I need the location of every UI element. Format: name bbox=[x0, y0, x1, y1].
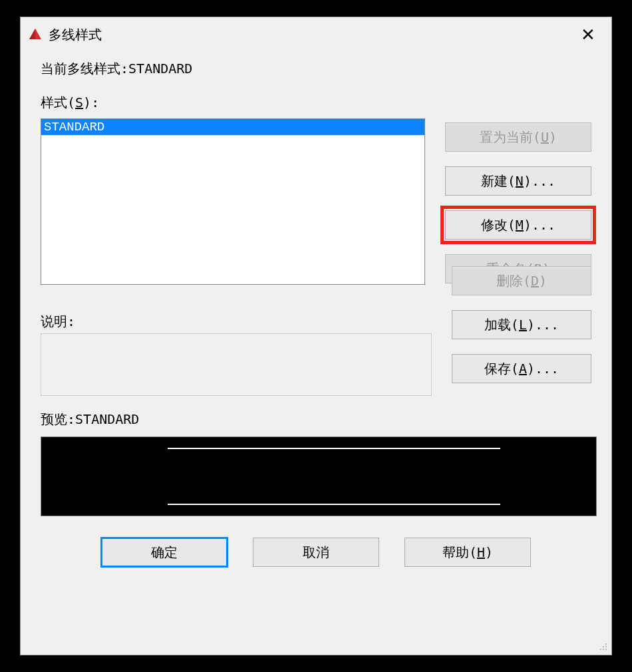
svg-point-7 bbox=[605, 649, 607, 650]
list-item[interactable]: STANDARD bbox=[41, 119, 424, 135]
autocad-app-icon bbox=[27, 27, 43, 43]
svg-marker-1 bbox=[29, 29, 35, 39]
description-row: 说明: 删除(D) 加载(L)... 保存(A)... bbox=[41, 285, 591, 396]
close-icon: ✕ bbox=[581, 25, 595, 45]
description-box bbox=[41, 333, 432, 396]
dialog-content: 当前多线样式:STANDARD 样式(S): STANDARD 置为当前(U) … bbox=[21, 49, 611, 580]
titlebar: 多线样式 ✕ bbox=[21, 17, 611, 49]
load-button[interactable]: 加载(L)... bbox=[452, 310, 591, 339]
styles-listbox[interactable]: STANDARD bbox=[41, 118, 425, 285]
styles-label: 样式(S): bbox=[41, 94, 591, 112]
delete-button: 删除(D) bbox=[452, 266, 591, 295]
svg-point-6 bbox=[603, 649, 604, 650]
modify-button[interactable]: 修改(M)... bbox=[445, 210, 591, 240]
ok-button[interactable]: 确定 bbox=[101, 538, 228, 567]
set-current-button: 置为当前(U) bbox=[445, 122, 591, 152]
right-button-column-2: 删除(D) 加载(L)... 保存(A)... bbox=[452, 266, 591, 383]
new-button[interactable]: 新建(N)... bbox=[445, 166, 591, 196]
svg-point-4 bbox=[605, 646, 607, 647]
svg-point-3 bbox=[603, 646, 604, 647]
close-button[interactable]: ✕ bbox=[574, 23, 602, 46]
title-left: 多线样式 bbox=[27, 26, 102, 44]
preview-line-bottom bbox=[168, 504, 500, 505]
preview-label: 预览:STANDARD bbox=[41, 411, 591, 428]
right-button-column: 置为当前(U) 新建(N)... 修改(M)... 重命名(R) bbox=[445, 118, 591, 283]
help-button[interactable]: 帮助(H) bbox=[404, 538, 531, 567]
cancel-button[interactable]: 取消 bbox=[253, 538, 379, 567]
multiline-style-dialog: 多线样式 ✕ 当前多线样式:STANDARD 样式(S): STANDARD 置… bbox=[20, 17, 612, 655]
bottom-button-row: 确定 取消 帮助(H) bbox=[41, 538, 591, 567]
preview-line-top bbox=[168, 448, 500, 449]
preview-area bbox=[41, 436, 597, 516]
resize-grip-icon[interactable] bbox=[597, 640, 609, 652]
svg-point-5 bbox=[600, 649, 601, 650]
svg-point-2 bbox=[605, 643, 607, 645]
description-label: 说明: bbox=[41, 313, 432, 331]
main-row: STANDARD 置为当前(U) 新建(N)... 修改(M)... 重命名(R… bbox=[41, 118, 591, 285]
save-button[interactable]: 保存(A)... bbox=[452, 354, 591, 383]
dialog-title: 多线样式 bbox=[49, 26, 102, 44]
current-style-label: 当前多线样式:STANDARD bbox=[41, 60, 591, 78]
